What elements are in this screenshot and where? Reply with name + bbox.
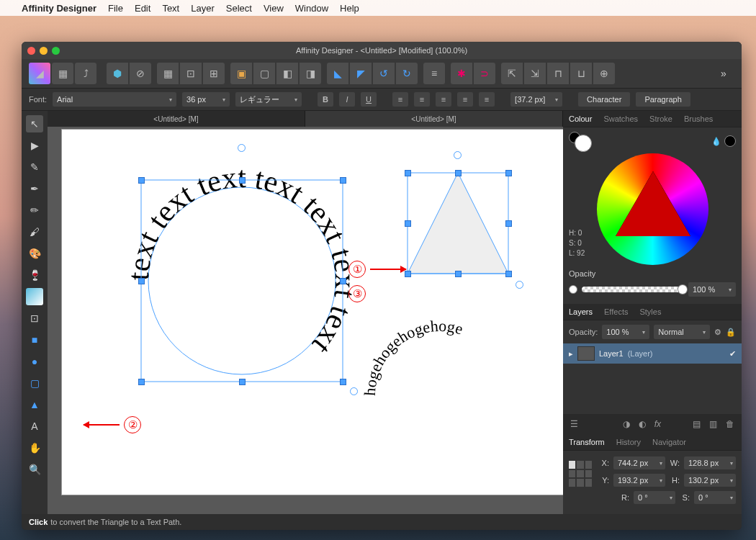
- gradient-tool[interactable]: [26, 288, 43, 305]
- tab-swatches[interactable]: Swatches: [598, 111, 644, 127]
- italic-button[interactable]: I: [339, 92, 355, 107]
- y-input[interactable]: 193.2 px▾: [613, 474, 665, 487]
- fx-icon[interactable]: fx: [654, 419, 661, 429]
- align-justify-all-button[interactable]: ≡: [479, 92, 495, 107]
- menu-view[interactable]: View: [264, 3, 284, 14]
- align-btn[interactable]: ≡: [423, 63, 445, 84]
- menu-file[interactable]: File: [108, 3, 123, 14]
- h-input[interactable]: 130.2 px▾: [684, 474, 736, 487]
- bold-button[interactable]: B: [318, 92, 333, 107]
- anchor-selector[interactable]: [569, 461, 592, 487]
- align-justify-button[interactable]: ≡: [457, 92, 473, 107]
- underline-button[interactable]: U: [361, 92, 377, 107]
- tab-stroke[interactable]: Stroke: [644, 111, 678, 127]
- pen-tool[interactable]: ✒: [26, 180, 43, 197]
- canvas[interactable]: text text text text text text text hogeh…: [62, 130, 563, 495]
- rotate-cw-btn[interactable]: ↻: [396, 63, 418, 84]
- persona-pixel[interactable]: ▦: [52, 63, 73, 84]
- x-input[interactable]: 744.2 px▾: [613, 456, 665, 469]
- menu-select[interactable]: Select: [226, 3, 252, 14]
- opacity-slider[interactable]: [582, 287, 684, 292]
- zoom-tool[interactable]: 🔍: [26, 461, 43, 478]
- menu-text[interactable]: Text: [162, 3, 179, 14]
- opacity-value-select[interactable]: 100 %▾: [688, 282, 736, 297]
- toolbar-btn[interactable]: ⊔: [570, 63, 592, 84]
- mask-icon[interactable]: ◑: [623, 419, 630, 429]
- snap-btn[interactable]: ✱: [451, 63, 472, 84]
- doc-tab[interactable]: <Untitled> [M]: [48, 111, 305, 127]
- triangle-tool[interactable]: ▲: [26, 396, 43, 413]
- toolbar-btn[interactable]: ◧: [276, 63, 298, 84]
- persona-designer[interactable]: ◢: [29, 63, 50, 84]
- colour-wheel[interactable]: [597, 153, 708, 265]
- doc-tab[interactable]: <Untitled> [M]: [305, 111, 563, 127]
- tab-transform[interactable]: Transform: [563, 434, 611, 450]
- w-input[interactable]: 128.8 px▾: [684, 456, 736, 469]
- adjustment-icon[interactable]: ◐: [639, 419, 646, 429]
- tab-effects[interactable]: Effects: [598, 304, 634, 320]
- gear-icon[interactable]: ⚙: [714, 328, 721, 337]
- character-panel-button[interactable]: Character: [578, 92, 630, 107]
- toolbar-btn[interactable]: ◨: [300, 63, 321, 84]
- r-input[interactable]: 0 °▾: [634, 491, 675, 504]
- leading-select[interactable]: [37.2 px]▾: [510, 92, 562, 107]
- align-right-button[interactable]: ≡: [436, 92, 451, 107]
- blend-mode-select[interactable]: Normal▾: [654, 325, 710, 339]
- layers-icon[interactable]: ☰: [570, 419, 578, 429]
- font-size-select[interactable]: 36 px▾: [182, 92, 230, 107]
- rectangle-tool[interactable]: ■: [26, 331, 43, 348]
- text-tool[interactable]: A: [26, 418, 43, 435]
- menu-help[interactable]: Help: [340, 3, 359, 14]
- toolbar-btn[interactable]: ⇱: [501, 63, 523, 84]
- tab-colour[interactable]: Colour: [563, 111, 598, 127]
- transparency-tool[interactable]: 🍷: [26, 266, 43, 284]
- lock-icon[interactable]: 🔒: [726, 328, 736, 337]
- brush-tool[interactable]: 🖌: [26, 223, 43, 240]
- toolbar-btn[interactable]: ▣: [230, 63, 252, 84]
- s-input[interactable]: 0 °▾: [694, 491, 736, 504]
- node-tool[interactable]: ▶: [26, 137, 43, 154]
- tab-layers[interactable]: Layers: [563, 304, 598, 320]
- crop-tool[interactable]: ⊡: [26, 310, 43, 327]
- tab-styles[interactable]: Styles: [634, 304, 667, 320]
- corner-tool[interactable]: ✎: [26, 158, 43, 176]
- paragraph-panel-button[interactable]: Paragraph: [636, 92, 690, 107]
- flip-h-btn[interactable]: ◣: [327, 63, 348, 84]
- rounded-rect-tool[interactable]: ▢: [26, 374, 43, 392]
- menu-window[interactable]: Window: [295, 3, 328, 14]
- layer-row[interactable]: ▸ Layer1 (Layer) ✔: [563, 343, 742, 364]
- flip-v-btn[interactable]: ◤: [350, 63, 372, 84]
- delete-layer-icon[interactable]: 🗑: [726, 419, 734, 429]
- tab-brushes[interactable]: Brushes: [678, 111, 719, 127]
- canvas-viewport[interactable]: text text text text text text text hogeh…: [48, 127, 563, 514]
- toolbar-btn[interactable]: ⊕: [593, 63, 615, 84]
- add-pixel-layer-icon[interactable]: ▥: [709, 419, 717, 429]
- tab-navigator[interactable]: Navigator: [647, 434, 692, 450]
- font-family-select[interactable]: Arial▾: [53, 92, 176, 107]
- align-center-button[interactable]: ≡: [414, 92, 430, 107]
- persona-export[interactable]: ⤴: [75, 63, 96, 84]
- eyedropper-icon[interactable]: 💧: [711, 137, 721, 146]
- toolbar-btn[interactable]: ⇲: [524, 63, 546, 84]
- toolbar-btn[interactable]: ⊘: [130, 63, 151, 84]
- align-left-button[interactable]: ≡: [392, 92, 408, 107]
- move-tool[interactable]: ↖: [26, 115, 43, 132]
- app-menu[interactable]: Affinity Designer: [22, 3, 96, 14]
- pencil-tool[interactable]: ✏: [26, 202, 43, 219]
- pan-tool[interactable]: ✋: [26, 439, 43, 456]
- toolbar-btn[interactable]: ⊓: [547, 63, 569, 84]
- magnet-btn[interactable]: ⊃: [474, 63, 495, 84]
- toolbar-btn[interactable]: ⬢: [107, 63, 128, 84]
- menu-edit[interactable]: Edit: [135, 3, 150, 14]
- close-button[interactable]: [27, 47, 35, 55]
- toolbar-btn[interactable]: ▢: [253, 63, 275, 84]
- fill-tool[interactable]: 🎨: [26, 245, 43, 262]
- minimize-button[interactable]: [40, 47, 48, 55]
- tab-history[interactable]: History: [611, 434, 647, 450]
- menu-layer[interactable]: Layer: [191, 3, 215, 14]
- font-weight-select[interactable]: レギュラー▾: [235, 92, 302, 107]
- ellipse-tool[interactable]: ●: [26, 353, 43, 370]
- visibility-checkbox[interactable]: ✔: [729, 349, 736, 359]
- toolbar-btn[interactable]: ▦: [157, 63, 179, 84]
- toolbar-btn[interactable]: ⊡: [180, 63, 202, 84]
